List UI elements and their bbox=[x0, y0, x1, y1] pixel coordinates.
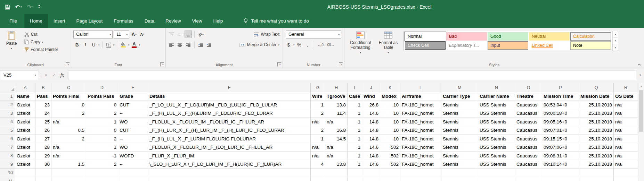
cell-B7[interactable]: 28 bbox=[35, 143, 51, 152]
cell-C10[interactable] bbox=[51, 169, 86, 178]
cell-L9[interactable]: FA-18C_hornet bbox=[400, 160, 441, 169]
cell-M11[interactable] bbox=[441, 177, 478, 181]
cell-R6[interactable]: n/a bbox=[614, 135, 638, 144]
scroll-up-arrow[interactable]: ▴ bbox=[638, 83, 644, 89]
cell-F3[interactable]: _F_(H)_LUL_X _F_(H)LURIM _F_LOLURIC _FLO… bbox=[148, 109, 311, 118]
expand-formula-bar-button[interactable]: ▾ bbox=[636, 74, 644, 77]
cell-G6[interactable]: 1 bbox=[311, 135, 325, 144]
cell-R10[interactable] bbox=[614, 169, 638, 178]
cell-J5[interactable]: 14.8 bbox=[362, 126, 380, 135]
cell-style-good[interactable]: Good bbox=[488, 32, 528, 41]
column-header-R[interactable]: R bbox=[614, 83, 638, 92]
cell-C11[interactable] bbox=[51, 177, 86, 181]
font-name-select[interactable]: Calibri ▾ bbox=[73, 31, 113, 38]
cell-D2[interactable]: 0 bbox=[86, 101, 118, 110]
column-header-B[interactable]: B bbox=[35, 83, 51, 92]
cell-I5[interactable]: 1 bbox=[348, 126, 362, 135]
gallery-scroll-down-button[interactable]: ▾ bbox=[613, 37, 618, 44]
cell-R7[interactable]: n/a bbox=[614, 143, 638, 152]
row-header-2[interactable]: 2 bbox=[0, 101, 15, 110]
cell-H4[interactable]: n/a bbox=[325, 118, 348, 127]
cell-G9[interactable]: 4 bbox=[311, 160, 325, 169]
cell-P8[interactable]: 09:08:31+0 bbox=[542, 152, 579, 161]
cell-A3[interactable]: Ozelot bbox=[15, 109, 35, 118]
column-header-Q[interactable]: Q bbox=[579, 83, 614, 92]
cell-D6[interactable]: 2 bbox=[86, 135, 118, 144]
cell-F2[interactable]: _F_LO_LUL_X _F_LO(LUR)IM _FLO_(LUL)IC _F… bbox=[148, 101, 311, 110]
cell-G7[interactable]: n/a bbox=[311, 143, 325, 152]
cell-K1[interactable]: Modex bbox=[380, 92, 400, 101]
cell-J2[interactable]: 26.8 bbox=[362, 101, 380, 110]
cell-M4[interactable]: Stennis bbox=[441, 118, 478, 127]
enter-button[interactable]: ✓ bbox=[52, 73, 56, 77]
cell-O4[interactable]: Caucasus bbox=[515, 118, 542, 127]
align-center-button[interactable] bbox=[176, 41, 184, 49]
column-header-J[interactable]: J bbox=[362, 83, 380, 92]
decrease-font-size-button[interactable]: A▾ bbox=[139, 31, 146, 38]
cell-B11[interactable] bbox=[35, 177, 51, 181]
cell-M5[interactable]: Stennis bbox=[441, 126, 478, 135]
font-size-select[interactable]: 11 ▾ bbox=[114, 31, 129, 38]
borders-dropdown-arrow[interactable]: ▾ bbox=[113, 44, 115, 46]
cell-C9[interactable]: 1.5 bbox=[51, 160, 86, 169]
copy-dropdown-arrow[interactable]: ▾ bbox=[42, 41, 43, 43]
fill-color-button[interactable] bbox=[120, 41, 127, 49]
cell-K8[interactable]: 502 bbox=[380, 152, 400, 161]
accounting-format-button[interactable]: $ bbox=[285, 41, 292, 49]
column-header-D[interactable]: D bbox=[86, 83, 118, 92]
cell-M7[interactable]: Stennis bbox=[441, 143, 478, 152]
tab-tell-me-what-you-want-to-do[interactable]: Tell me what you want to do bbox=[238, 14, 315, 28]
cut-button[interactable]: Cut bbox=[24, 32, 58, 37]
cell-H5[interactable]: 16.8 bbox=[325, 126, 348, 135]
cell-H8[interactable]: n/a bbox=[325, 152, 348, 161]
row-header-3[interactable]: 3 bbox=[0, 109, 15, 118]
cell-J6[interactable]: 14.8 bbox=[362, 135, 380, 144]
cell-O7[interactable]: Caucasus bbox=[515, 143, 542, 152]
cell-L6[interactable]: FA-18C_hornet bbox=[400, 135, 441, 144]
cell-C7[interactable]: n/a bbox=[51, 143, 86, 152]
cell-M3[interactable]: Stennis bbox=[441, 109, 478, 118]
cell-style-check-cell[interactable]: Check Cell bbox=[405, 41, 446, 50]
cell-R4[interactable]: n/a bbox=[614, 118, 638, 127]
copy-button[interactable]: Copy ▾ bbox=[24, 40, 58, 44]
cell-I7[interactable]: 1 bbox=[348, 143, 362, 152]
cell-I8[interactable]: 1 bbox=[348, 152, 362, 161]
cell-B10[interactable] bbox=[35, 169, 51, 178]
cell-A11[interactable] bbox=[15, 177, 35, 181]
fill-color-dropdown-arrow[interactable]: ▾ bbox=[128, 44, 130, 46]
name-box[interactable]: V25 ▾ bbox=[0, 70, 38, 80]
cell-O10[interactable] bbox=[515, 169, 542, 178]
cell-C6[interactable]: 2 bbox=[51, 135, 86, 144]
cell-R8[interactable]: n/a bbox=[614, 152, 638, 161]
column-header-M[interactable]: M bbox=[441, 83, 478, 92]
cell-style-bad[interactable]: Bad bbox=[446, 32, 487, 41]
cell-H10[interactable] bbox=[325, 169, 348, 178]
cell-E3[interactable]: -- bbox=[118, 109, 148, 118]
cell-O11[interactable] bbox=[515, 177, 542, 181]
cell-R9[interactable]: n/a bbox=[614, 160, 638, 169]
cell-H7[interactable]: n/a bbox=[325, 143, 348, 152]
cell-I10[interactable] bbox=[348, 169, 362, 178]
cell-style-note[interactable]: Note bbox=[570, 41, 611, 50]
column-header-L[interactable]: L bbox=[400, 83, 441, 92]
cell-K11[interactable] bbox=[380, 177, 400, 181]
cell-R1[interactable]: OS Date bbox=[614, 92, 638, 101]
cell-M6[interactable]: Stennis bbox=[441, 135, 478, 144]
cell-O1[interactable]: Theatre bbox=[515, 92, 542, 101]
column-header-P[interactable]: P bbox=[542, 83, 579, 92]
align-right-button[interactable] bbox=[185, 41, 192, 49]
bold-button[interactable]: B bbox=[73, 41, 81, 49]
cell-K4[interactable]: 10 bbox=[380, 118, 400, 127]
tab-insert[interactable]: Insert bbox=[48, 14, 71, 28]
top-align-button[interactable] bbox=[168, 31, 175, 38]
cell-Q2[interactable]: 25.10.2018 bbox=[579, 101, 614, 110]
cell-H6[interactable]: 14.5 bbox=[325, 135, 348, 144]
cell-C8[interactable]: n/a bbox=[51, 152, 86, 161]
name-box-dropdown-arrow[interactable]: ▾ bbox=[35, 74, 36, 77]
number-format-select[interactable]: General ▾ bbox=[286, 31, 341, 38]
insert-function-button[interactable]: fx bbox=[60, 72, 64, 78]
cell-Q8[interactable]: 25.10.2018 bbox=[579, 152, 614, 161]
cell-O8[interactable]: Caucasus bbox=[515, 152, 542, 161]
cell-C4[interactable]: n/a bbox=[51, 118, 86, 127]
underline-dropdown-arrow[interactable]: ▾ bbox=[98, 44, 100, 46]
